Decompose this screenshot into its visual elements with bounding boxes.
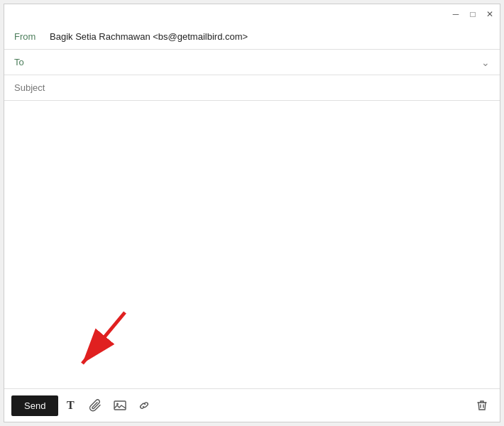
expand-recipients-button[interactable]: ⌄	[481, 57, 490, 68]
format-text-button[interactable]: T	[61, 395, 82, 416]
from-email: <bs@getmailbird.com>	[153, 31, 248, 42]
attach-file-button[interactable]	[85, 395, 106, 416]
attach-icon	[89, 399, 102, 412]
subject-row	[4, 75, 500, 101]
close-button[interactable]: ✕	[484, 9, 495, 20]
maximize-button[interactable]: □	[467, 9, 478, 20]
trash-icon	[476, 399, 488, 412]
send-button[interactable]: Send	[11, 395, 58, 416]
insert-image-button[interactable]	[109, 395, 131, 416]
compose-toolbar: Send T	[4, 388, 500, 422]
link-icon	[138, 399, 150, 412]
delete-button[interactable]	[471, 395, 493, 416]
image-icon	[114, 399, 126, 412]
svg-text:T: T	[67, 399, 75, 411]
from-row: From Bagik Setia Rachmawan <bs@getmailbi…	[4, 24, 500, 50]
format-text-icon: T	[65, 399, 78, 412]
svg-rect-3	[114, 401, 126, 410]
compose-window: ─ □ ✕ From Bagik Setia Rachmawan <bs@get…	[4, 4, 500, 422]
minimize-button[interactable]: ─	[450, 9, 461, 20]
to-label: To	[14, 57, 50, 67]
svg-point-4	[116, 403, 119, 405]
from-label: From	[14, 31, 50, 42]
email-body[interactable]	[4, 101, 500, 388]
from-name: Bagik Setia Rachmawan	[50, 31, 150, 42]
insert-link-button[interactable]	[133, 395, 155, 416]
to-input[interactable]	[50, 57, 481, 67]
to-row: To ⌄	[4, 50, 500, 75]
from-value: Bagik Setia Rachmawan <bs@getmailbird.co…	[50, 31, 248, 42]
subject-input[interactable]	[14, 82, 490, 93]
title-bar: ─ □ ✕	[4, 4, 500, 24]
